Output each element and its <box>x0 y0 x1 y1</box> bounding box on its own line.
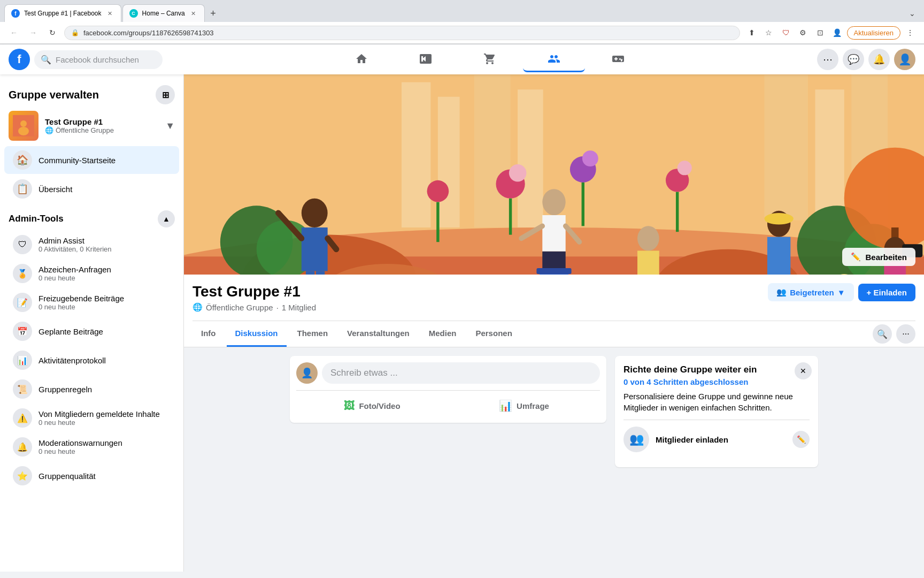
svg-rect-5 <box>438 97 460 227</box>
tab-list-button[interactable]: ⌄ <box>905 6 920 21</box>
group-header: Test Gruppe #1 🌐 Öffentliche Gruppe · 1 … <box>184 275 924 347</box>
setup-invite-icon: 👥 <box>623 427 649 452</box>
nav-gaming[interactable] <box>587 47 649 72</box>
tab-veranstaltungen[interactable]: Veranstaltungen <box>338 321 418 347</box>
sidebar-group-chevron[interactable]: ▼ <box>165 120 175 132</box>
setup-title: Richte deine Gruppe weiter ein <box>623 364 810 375</box>
forward-button[interactable]: → <box>26 25 41 40</box>
tab-canva-close[interactable]: ✕ <box>189 9 198 18</box>
svg-rect-29 <box>582 182 584 226</box>
composer-avatar: 👤 <box>296 362 318 384</box>
pending-sublabel: 0 neu heute <box>38 303 124 311</box>
bookmark-icon[interactable]: ☆ <box>761 25 776 40</box>
nav-home[interactable] <box>330 47 392 72</box>
reload-button[interactable]: ↻ <box>45 25 60 40</box>
tab-diskussion[interactable]: Diskussion <box>227 321 287 347</box>
quality-icon: ⭐ <box>13 466 32 485</box>
sidebar-activity-log[interactable]: 📊 Aktivitätenprotokoll <box>4 346 179 374</box>
composer-input[interactable]: Schreib etwas ... <box>322 362 600 384</box>
setup-invite-item: 👥 Mitglieder einladen ✏️ <box>623 420 810 459</box>
sidebar-scheduled[interactable]: 📅 Geplante Beiträge <box>4 317 179 345</box>
user-avatar[interactable]: 👤 <box>894 49 915 70</box>
browser-toolbar: ← → ↻ 🔒 facebook.com/groups/118762659874… <box>0 22 924 44</box>
tab-more-button[interactable]: ··· <box>896 324 915 344</box>
sidebar-manage-icon[interactable]: ⊞ <box>156 85 175 104</box>
profile-icon[interactable]: 👤 <box>830 25 845 40</box>
tab-themen[interactable]: Themen <box>289 321 337 347</box>
sidebar-item-overview[interactable]: 📋 Übersicht <box>4 175 179 203</box>
rules-icon: 📜 <box>13 379 32 399</box>
sidebar-quality[interactable]: ⭐ Gruppenqualität <box>4 462 179 490</box>
setup-invite-label: Mitglieder einladen <box>656 435 728 444</box>
admin-assist-label: Admin Assist <box>38 236 112 245</box>
pending-label: Freizugebende Beiträge <box>38 294 124 303</box>
more-options-icon[interactable]: ⋮ <box>903 25 918 40</box>
svg-point-45 <box>764 213 793 225</box>
back-button[interactable]: ← <box>6 25 21 40</box>
sidebar-item-community[interactable]: 🏠 Community-Startseite <box>4 146 179 174</box>
tab-search-button[interactable]: 🔍 <box>873 324 892 344</box>
invite-button[interactable]: + Einladen <box>858 284 915 301</box>
facebook-favicon: f <box>11 9 20 18</box>
sidebar-pending[interactable]: 📝 Freizugebende Beiträge 0 neu heute <box>4 288 179 316</box>
split-view-icon[interactable]: ⊡ <box>813 25 828 40</box>
sidebar-warnings[interactable]: 🔔 Moderationswarnungen 0 neu heute <box>4 433 179 461</box>
search-input[interactable] <box>56 55 156 64</box>
address-bar[interactable]: 🔒 facebook.com/groups/1187626598741303 <box>64 26 740 40</box>
tab-canva[interactable]: C Home – Canva ✕ <box>122 4 205 22</box>
sidebar-admin-assist[interactable]: 🛡 Admin Assist 0 Aktivitäten, 0 Kriterie… <box>4 231 179 258</box>
photo-video-button[interactable]: 🖼 Foto/Video <box>296 395 448 416</box>
svg-point-38 <box>542 189 565 215</box>
pending-icon: 📝 <box>13 293 32 312</box>
admin-tools-label: Admin-Tools <box>9 214 64 224</box>
left-column: 👤 Schreib etwas ... 🖼 Foto/Video <box>290 356 606 467</box>
tab-info[interactable]: Info <box>192 321 225 347</box>
globe-icon-meta: 🌐 <box>192 302 203 312</box>
apps-icon[interactable]: ⋯ <box>817 49 838 70</box>
sidebar-rules[interactable]: 📜 Gruppenregeln <box>4 375 179 403</box>
nav-marketplace[interactable] <box>459 47 521 72</box>
extensions-icon[interactable]: ⚙ <box>796 25 811 40</box>
badges-sublabel: 0 neu heute <box>38 274 111 282</box>
cover-edit-button[interactable]: ✏️ Bearbeiten <box>842 248 915 266</box>
admin-tools-header: Admin-Tools ▲ <box>0 204 183 230</box>
update-button[interactable]: Aktualisieren <box>847 26 900 40</box>
new-tab-button[interactable]: + <box>206 6 221 21</box>
share-icon[interactable]: ⬆ <box>744 25 759 40</box>
joined-button[interactable]: 👥 Beigetreten ▼ <box>768 283 853 301</box>
setup-close-button[interactable]: ✕ <box>795 362 812 379</box>
pencil-icon: ✏️ <box>851 252 861 262</box>
sidebar-badges[interactable]: 🏅 Abzeichen-Anfragen 0 neu heute <box>4 260 179 287</box>
sidebar-header: Gruppe verwalten ⊞ <box>0 81 183 107</box>
search-container: 🔍 <box>34 50 163 69</box>
globe-icon: 🌐 <box>45 126 53 134</box>
group-title-row: Test Gruppe #1 🌐 Öffentliche Gruppe · 1 … <box>192 283 915 318</box>
canva-favicon: C <box>129 9 138 18</box>
admin-tools-toggle[interactable]: ▲ <box>158 210 175 227</box>
community-icon: 🏠 <box>13 150 32 170</box>
group-meta: 🌐 Öffentliche Gruppe · 1 Mitglied <box>192 302 316 312</box>
fb-sidebar: Gruppe verwalten ⊞ Test Gruppe #1 🌐 Öffe… <box>0 74 184 572</box>
svg-rect-8 <box>764 75 807 220</box>
tab-medien[interactable]: Medien <box>420 321 465 347</box>
tab-personen[interactable]: Personen <box>467 321 520 347</box>
sidebar-reported[interactable]: ⚠️ Von Mitgliedern gemeldete Inhalte 0 n… <box>4 404 179 432</box>
adblock-icon[interactable]: 🛡 <box>779 25 794 40</box>
svg-rect-28 <box>509 199 512 235</box>
group-info-row[interactable]: Test Gruppe #1 🌐 Öffentliche Gruppe ▼ <box>0 107 183 145</box>
toolbar-actions: ⬆ ☆ 🛡 ⚙ ⊡ 👤 Aktualisieren ⋮ <box>744 25 918 40</box>
poll-button[interactable]: 📊 Umfrage <box>448 395 600 416</box>
poll-icon: 📊 <box>499 399 512 412</box>
nav-video[interactable] <box>395 47 457 72</box>
svg-rect-44 <box>767 237 790 275</box>
notifications-icon[interactable]: 🔔 <box>868 49 890 70</box>
fb-main: Gruppe verwalten ⊞ Test Gruppe #1 🌐 Öffe… <box>0 74 924 572</box>
messenger-icon[interactable]: 💬 <box>843 49 864 70</box>
sidebar-overview-label: Übersicht <box>38 185 72 194</box>
photo-icon: 🖼 <box>344 400 355 412</box>
tab-facebook-close[interactable]: ✕ <box>106 9 114 18</box>
nav-groups[interactable] <box>523 47 585 72</box>
tab-facebook[interactable]: f Test Gruppe #1 | Facebook ✕ <box>4 4 121 22</box>
fb-content: ✏️ Bearbeiten Test Gruppe #1 🌐 Öffentlic… <box>184 74 924 572</box>
setup-edit-button[interactable]: ✏️ <box>792 431 810 448</box>
